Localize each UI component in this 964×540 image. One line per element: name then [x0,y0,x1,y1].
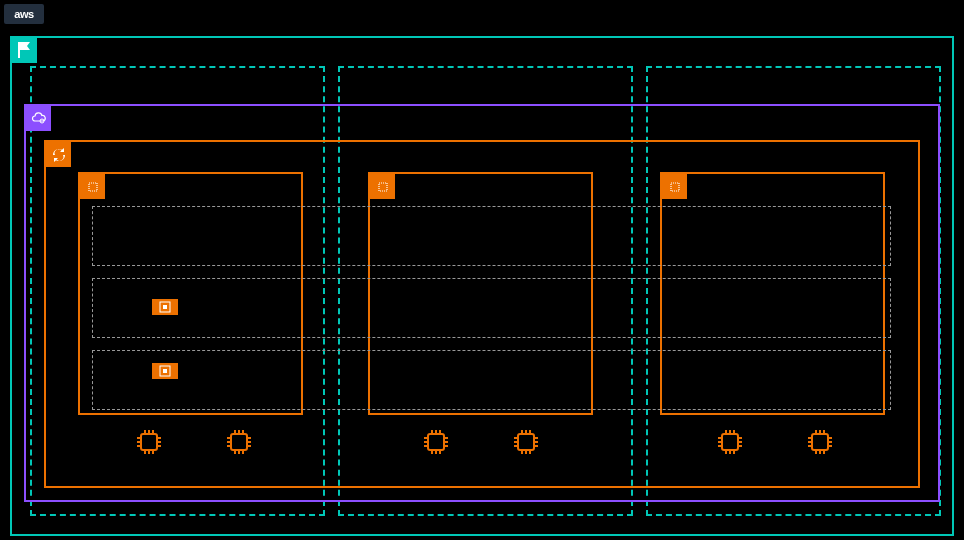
chip-icon [667,179,683,195]
instance-group-2-badge [370,174,395,199]
chip-outline-2b [512,428,540,456]
layer-1 [92,206,891,266]
aws-logo: aws [4,4,44,24]
instance-mini-1 [152,299,178,315]
instance-group-3-badge [662,174,687,199]
svg-rect-21 [231,434,247,450]
svg-rect-73 [812,434,828,450]
svg-rect-8 [141,434,157,450]
chip-outline-3a [716,428,744,456]
flag-icon [12,38,37,63]
asg-badge [46,142,71,167]
chip-outline-2a [422,428,450,456]
svg-rect-47 [518,434,534,450]
vpc-badge [26,106,51,131]
refresh-icon [51,147,67,163]
layer-3 [92,350,891,410]
chip-icon [375,179,391,195]
chip-outline-1a [135,428,163,456]
svg-rect-2 [379,183,387,191]
chip-icon [85,179,101,195]
svg-rect-3 [671,183,679,191]
layer-2 [92,278,891,338]
svg-rect-34 [428,434,444,450]
cloud-icon [31,111,47,127]
aws-logo-text: aws [14,8,33,20]
svg-rect-5 [163,305,167,309]
instance-group-1-badge [80,174,105,199]
region-badge [12,38,37,63]
chip-outline-3b [806,428,834,456]
svg-rect-1 [89,183,97,191]
chip-outline-1b [225,428,253,456]
svg-rect-60 [722,434,738,450]
instance-mini-2 [152,363,178,379]
svg-rect-7 [163,369,167,373]
